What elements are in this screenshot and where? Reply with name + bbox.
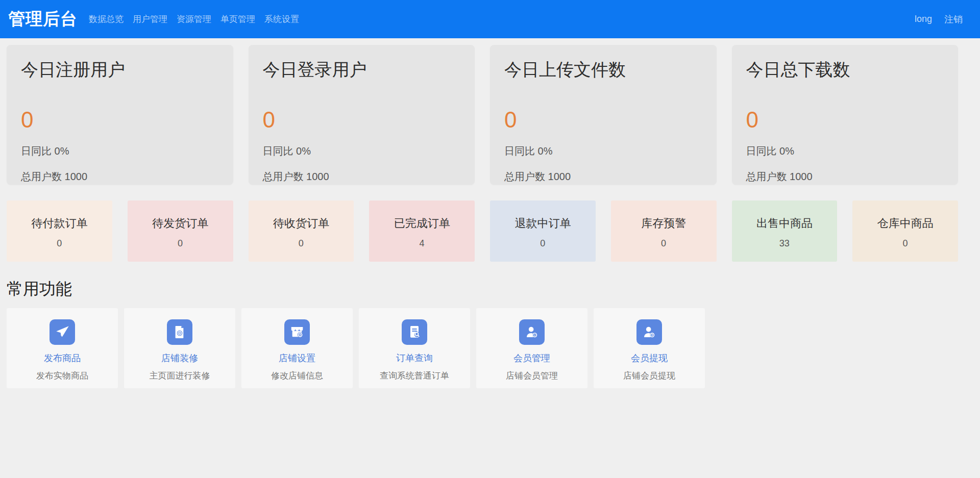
order-card-title: 待发货订单 (128, 216, 233, 231)
top-navbar: 管理后台 数据总览 用户管理 资源管理 单页管理 系统设置 long 注销 (0, 0, 980, 38)
stat-total-users: 总用户数 1000 (21, 170, 219, 184)
username-link[interactable]: long (915, 14, 932, 24)
common-functions-row: 发布商品 发布实物商品 店铺装修 主页面进行装修 店铺设置 (7, 308, 958, 388)
stat-day-ratio: 日同比 0% (746, 144, 944, 158)
page-decorate-icon (167, 319, 192, 345)
stat-value: 0 (504, 107, 702, 133)
stat-title: 今日上传文件数 (504, 58, 702, 82)
func-card-title: 会员管理 (476, 352, 587, 364)
func-card-title: 会员提现 (594, 352, 705, 364)
order-card-count: 33 (732, 238, 838, 249)
svg-text:¥: ¥ (651, 333, 653, 337)
stat-value: 0 (746, 107, 944, 133)
stat-card-registered-users: 今日注册用户 0 日同比 0% 总用户数 1000 (7, 45, 233, 185)
order-card-completed[interactable]: 已完成订单 4 (369, 200, 475, 262)
nav-item-resource-management[interactable]: 资源管理 (177, 13, 211, 25)
func-card-title: 店铺设置 (241, 352, 353, 364)
stat-title: 今日注册用户 (21, 58, 219, 82)
stat-card-login-users: 今日登录用户 0 日同比 0% 总用户数 1000 (249, 45, 475, 185)
stat-value: 0 (21, 107, 219, 133)
stat-title: 今日登录用户 (263, 58, 461, 82)
stat-title: 今日总下载数 (746, 58, 944, 82)
nav-item-data-overview[interactable]: 数据总览 (89, 13, 124, 25)
order-card-count: 0 (249, 238, 354, 249)
func-card-subtitle: 店铺会员管理 (476, 370, 587, 382)
func-card-order-query[interactable]: 订单查询 查询系统普通订单 (359, 308, 470, 388)
navbar-right: long 注销 (915, 13, 963, 26)
stat-total-users: 总用户数 1000 (746, 170, 944, 184)
stat-day-ratio: 日同比 0% (263, 144, 461, 158)
stat-card-downloads: 今日总下载数 0 日同比 0% 总用户数 1000 (732, 45, 959, 185)
func-card-member-withdraw[interactable]: ¥ 会员提现 店铺会员提现 (594, 308, 705, 388)
order-card-title: 待收货订单 (249, 216, 354, 231)
nav-item-system-settings[interactable]: 系统设置 (264, 13, 299, 25)
func-card-publish-product[interactable]: 发布商品 发布实物商品 (7, 308, 118, 388)
order-card-pending-shipment[interactable]: 待发货订单 0 (128, 200, 233, 262)
func-card-shop-decorate[interactable]: 店铺装修 主页面进行装修 (124, 308, 235, 388)
stat-day-ratio: 日同比 0% (21, 144, 219, 158)
stat-value: 0 (263, 107, 461, 133)
order-card-count: 0 (7, 238, 112, 249)
stat-day-ratio: 日同比 0% (504, 144, 702, 158)
stats-row: 今日注册用户 0 日同比 0% 总用户数 1000 今日登录用户 0 日同比 0… (7, 45, 958, 185)
order-card-title: 待付款订单 (7, 216, 112, 231)
order-search-icon (402, 319, 427, 345)
order-card-count: 0 (852, 238, 958, 249)
order-card-count: 0 (490, 238, 596, 249)
storefront-icon (284, 319, 310, 345)
order-card-title: 已完成订单 (369, 216, 475, 231)
order-card-on-sale[interactable]: 出售中商品 33 (732, 200, 838, 262)
func-card-subtitle: 修改店铺信息 (241, 370, 353, 382)
func-card-subtitle: 发布实物商品 (7, 370, 118, 382)
func-card-title: 订单查询 (359, 352, 470, 364)
func-card-subtitle: 店铺会员提现 (594, 370, 705, 382)
order-card-count: 0 (128, 238, 233, 249)
func-card-subtitle: 查询系统普通订单 (359, 370, 470, 382)
order-card-title: 退款中订单 (490, 216, 596, 231)
func-card-member-manage[interactable]: v 会员管理 店铺会员管理 (476, 308, 587, 388)
stat-total-users: 总用户数 1000 (504, 170, 702, 184)
order-card-pending-receipt[interactable]: 待收货订单 0 (249, 200, 354, 262)
order-card-stock-warning[interactable]: 库存预警 0 (611, 200, 717, 262)
nav-item-page-management[interactable]: 单页管理 (220, 13, 255, 25)
app-title[interactable]: 管理后台 (8, 8, 78, 31)
order-card-count: 0 (611, 238, 717, 249)
func-card-subtitle: 主页面进行装修 (124, 370, 235, 382)
order-card-pending-payment[interactable]: 待付款订单 0 (7, 200, 112, 262)
logout-link[interactable]: 注销 (944, 13, 963, 26)
order-card-refunding[interactable]: 退款中订单 0 (490, 200, 596, 262)
func-card-title: 店铺装修 (124, 352, 235, 364)
main-nav: 数据总览 用户管理 资源管理 单页管理 系统设置 (89, 13, 299, 25)
common-functions-heading: 常用功能 (7, 278, 980, 300)
func-card-title: 发布商品 (7, 352, 118, 364)
stat-card-uploaded-files: 今日上传文件数 0 日同比 0% 总用户数 1000 (490, 45, 717, 185)
order-card-title: 出售中商品 (732, 216, 838, 231)
order-card-title: 仓库中商品 (852, 216, 958, 231)
paper-plane-icon (50, 319, 75, 345)
member-withdraw-icon: ¥ (636, 319, 662, 345)
stat-total-users: 总用户数 1000 (263, 170, 461, 184)
order-card-title: 库存预警 (611, 216, 717, 231)
nav-item-user-management[interactable]: 用户管理 (133, 13, 167, 25)
order-status-row: 待付款订单 0 待发货订单 0 待收货订单 0 已完成订单 4 退款中订单 0 … (7, 200, 958, 262)
func-card-shop-settings[interactable]: 店铺设置 修改店铺信息 (241, 308, 353, 388)
order-card-count: 4 (369, 238, 475, 249)
order-card-in-warehouse[interactable]: 仓库中商品 0 (852, 200, 958, 262)
member-manage-icon: v (519, 319, 545, 345)
